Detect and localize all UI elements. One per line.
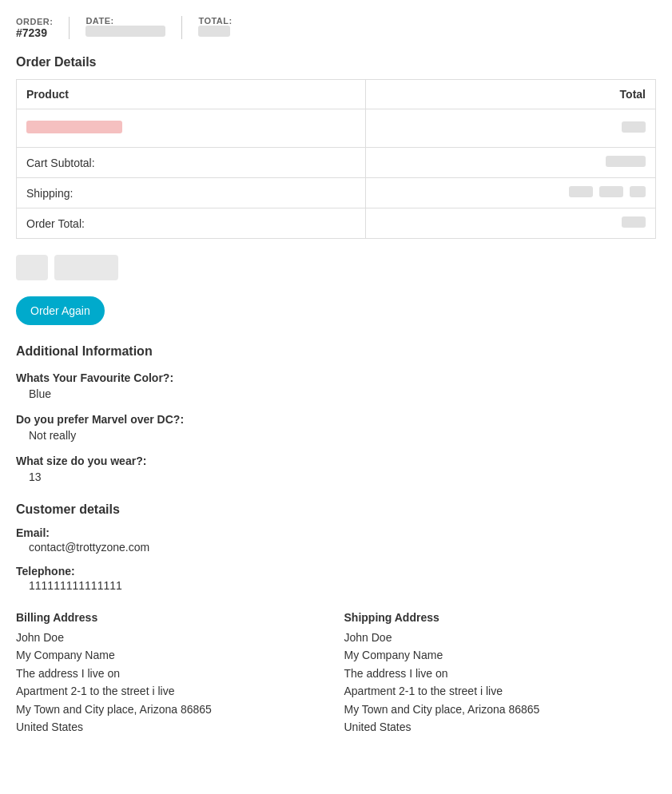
date-label: DATE: xyxy=(85,16,165,26)
billing-address-title: Billing Address xyxy=(16,611,328,624)
total-column-header: Total xyxy=(365,80,655,109)
billing-apt: Apartment 2-1 to the street i live xyxy=(16,682,328,700)
order-again-button[interactable]: Order Again xyxy=(16,296,105,325)
customer-details-section: Customer details Email: contact@trottyzo… xyxy=(16,502,656,592)
total-label: TOTAL: xyxy=(198,16,232,26)
order-total-group: TOTAL: xyxy=(198,16,248,39)
product-total-cell xyxy=(365,109,655,148)
payment-icons xyxy=(16,255,656,280)
favourite-color-question: Whats Your Favourite Color?: xyxy=(16,371,656,384)
order-total-value xyxy=(365,208,655,239)
marvel-dc-answer: Not really xyxy=(16,429,656,442)
order-total-row: Order Total: xyxy=(17,208,656,239)
shipping-placeholder-1 xyxy=(569,186,593,197)
telephone-value: 111111111111111 xyxy=(16,579,656,592)
order-label: ORDER: xyxy=(16,17,53,26)
cart-subtotal-value xyxy=(365,148,655,178)
telephone-label: Telephone: xyxy=(16,565,656,578)
shipping-city: My Town and City place, Arizona 86865 xyxy=(344,701,657,718)
shipping-street: The address I live on xyxy=(344,665,657,682)
billing-street: The address I live on xyxy=(16,665,328,682)
order-details-title: Order Details xyxy=(16,55,656,69)
shoe-size-question: What size do you wear?: xyxy=(16,455,656,467)
payment-icon-large xyxy=(54,255,118,280)
order-number-group: ORDER: #7239 xyxy=(16,17,70,39)
shipping-address-block: Shipping Address John Doe My Company Nam… xyxy=(344,611,657,736)
order-meta: ORDER: #7239 DATE: TOTAL: xyxy=(16,8,656,39)
product-name-placeholder xyxy=(26,121,122,133)
billing-company: My Company Name xyxy=(16,646,328,664)
date-value xyxy=(85,26,165,39)
product-price-placeholder xyxy=(622,121,646,133)
shoe-size-answer: 13 xyxy=(16,470,656,483)
favourite-color-field: Whats Your Favourite Color?: Blue xyxy=(16,371,656,400)
total-value xyxy=(198,26,232,39)
billing-city: My Town and City place, Arizona 86865 xyxy=(16,701,328,718)
email-value: contact@trottyzone.com xyxy=(16,541,656,554)
date-placeholder xyxy=(85,26,165,37)
favourite-color-answer: Blue xyxy=(16,387,656,400)
shipping-apt: Apartment 2-1 to the street i live xyxy=(344,682,657,700)
cart-subtotal-placeholder xyxy=(606,156,646,167)
payment-icon-small xyxy=(16,255,48,280)
order-total-label: Order Total: xyxy=(17,208,366,239)
billing-country: United States xyxy=(16,718,328,736)
customer-details-title: Customer details xyxy=(16,502,656,517)
additional-info-title: Additional Information xyxy=(16,344,656,359)
shipping-placeholder-3 xyxy=(630,186,646,197)
order-date-group: DATE: xyxy=(85,16,182,39)
shipping-name: John Doe xyxy=(344,629,657,646)
billing-name: John Doe xyxy=(16,629,328,646)
cart-subtotal-label: Cart Subtotal: xyxy=(17,148,366,178)
marvel-dc-question: Do you prefer Marvel over DC?: xyxy=(16,413,656,426)
product-cell xyxy=(17,109,366,148)
shipping-country: United States xyxy=(344,718,657,736)
shipping-company: My Company Name xyxy=(344,646,657,664)
product-column-header: Product xyxy=(17,80,366,109)
shipping-address-title: Shipping Address xyxy=(344,611,657,624)
cart-subtotal-row: Cart Subtotal: xyxy=(17,148,656,178)
shipping-placeholder-2 xyxy=(599,186,623,197)
shipping-row: Shipping: xyxy=(17,178,656,208)
order-total-placeholder xyxy=(622,216,646,228)
billing-address-block: Billing Address John Doe My Company Name… xyxy=(16,611,328,736)
email-label: Email: xyxy=(16,526,656,539)
order-value: #7239 xyxy=(16,26,53,39)
table-header-row: Product Total xyxy=(17,80,656,109)
email-field-group: Email: contact@trottyzone.com xyxy=(16,526,656,554)
shoe-size-field: What size do you wear?: 13 xyxy=(16,455,656,483)
address-section: Billing Address John Doe My Company Name… xyxy=(16,611,656,736)
shipping-label: Shipping: xyxy=(17,178,366,208)
marvel-dc-field: Do you prefer Marvel over DC?: Not reall… xyxy=(16,413,656,442)
total-placeholder xyxy=(198,26,230,37)
additional-information-section: Additional Information Whats Your Favour… xyxy=(16,344,656,483)
table-row xyxy=(17,109,656,148)
shipping-value xyxy=(365,178,655,208)
order-details-table: Product Total Cart Subtotal: Shipping: xyxy=(16,79,656,239)
telephone-field-group: Telephone: 111111111111111 xyxy=(16,565,656,592)
